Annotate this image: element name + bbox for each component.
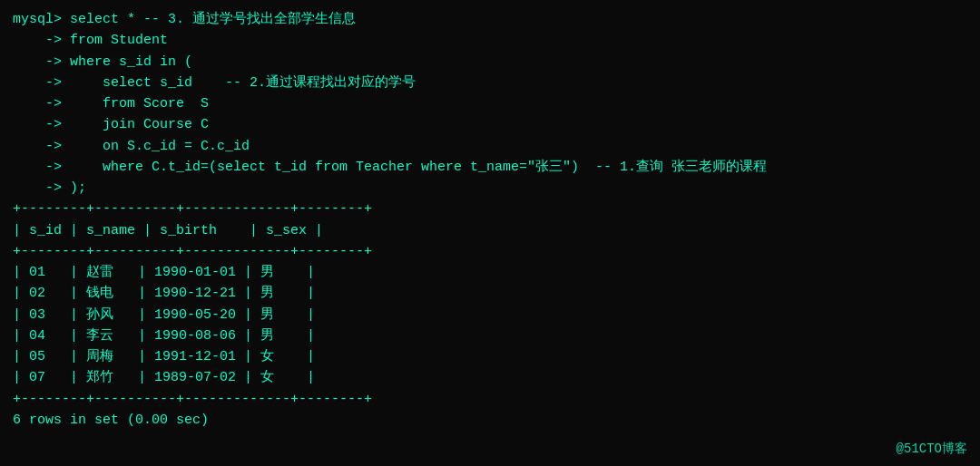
terminal-line: -> on S.c_id = C.c_id [13, 136, 967, 157]
terminal-line: | 03 | 孙风 | 1990-05-20 | 男 | [13, 305, 967, 325]
terminal-line: +--------+----------+-------------+-----… [13, 199, 967, 219]
terminal-line: -> from Score S [13, 93, 967, 114]
terminal-line: | 04 | 李云 | 1990-08-06 | 男 | [13, 325, 967, 346]
terminal-line: -> join Course C [13, 114, 967, 135]
terminal-line: +--------+----------+-------------+-----… [13, 389, 967, 410]
terminal-line: | s_id | s_name | s_birth | s_sex | [13, 220, 967, 241]
terminal-line: -> select s_id -- 2.通过课程找出对应的学号 [13, 73, 967, 93]
terminal-line: -> ); [13, 178, 967, 199]
terminal-line: -> where s_id in ( [13, 52, 967, 73]
terminal-line: | 05 | 周梅 | 1991-12-01 | 女 | [13, 346, 967, 367]
terminal-line: +--------+----------+-------------+-----… [13, 241, 967, 262]
terminal-line: mysql> select * -- 3. 通过学号找出全部学生信息 [13, 9, 967, 30]
terminal-window: mysql> select * -- 3. 通过学号找出全部学生信息 -> fr… [0, 0, 980, 466]
watermark: @51CTO博客 [897, 441, 967, 457]
terminal-line: -> where C.t_id=(select t_id from Teache… [13, 157, 967, 178]
terminal-line: | 07 | 郑竹 | 1989-07-02 | 女 | [13, 367, 967, 388]
terminal-line: 6 rows in set (0.00 sec) [13, 410, 967, 431]
terminal-line: | 01 | 赵雷 | 1990-01-01 | 男 | [13, 262, 967, 283]
terminal-line: -> from Student [13, 30, 967, 51]
terminal-output: mysql> select * -- 3. 通过学号找出全部学生信息 -> fr… [13, 9, 967, 431]
terminal-line: | 02 | 钱电 | 1990-12-21 | 男 | [13, 283, 967, 304]
